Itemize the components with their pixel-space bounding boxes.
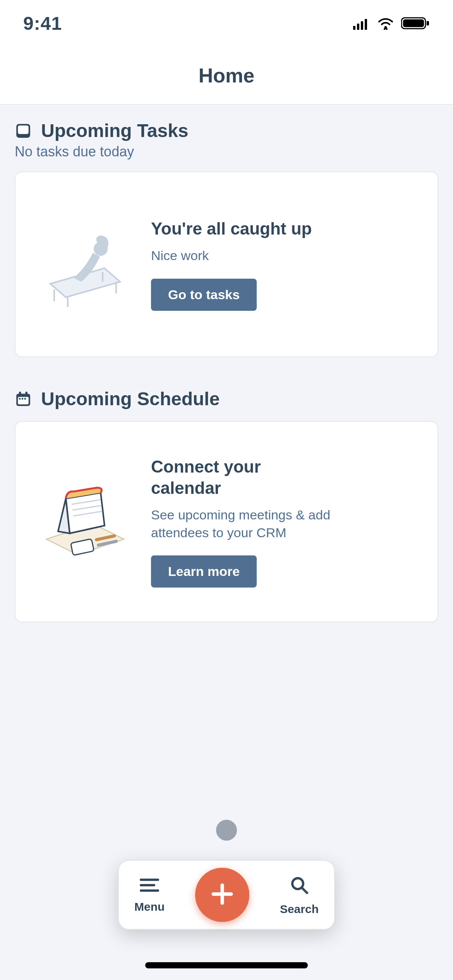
tasks-empty-card: You're all caught up Nice work Go to tas… xyxy=(15,171,438,357)
status-time: 9:41 xyxy=(23,13,62,34)
upcoming-tasks-section: Upcoming Tasks No tasks due today xyxy=(15,120,438,357)
svg-rect-9 xyxy=(18,125,29,134)
page-header: Home xyxy=(0,46,453,105)
search-button[interactable]: Search xyxy=(280,874,319,916)
upcoming-schedule-section: Upcoming Schedule xyxy=(15,388,438,622)
relax-illustration xyxy=(35,214,136,315)
home-indicator xyxy=(145,962,308,968)
content: Upcoming Tasks No tasks due today xyxy=(0,105,453,980)
svg-line-36 xyxy=(302,887,307,893)
calendar-illustration xyxy=(35,471,136,572)
page-title: Home xyxy=(199,64,254,87)
svg-rect-0 xyxy=(353,26,355,30)
tasks-icon xyxy=(15,122,32,139)
section-title-schedule: Upcoming Schedule xyxy=(41,388,220,409)
search-label: Search xyxy=(280,903,319,916)
search-icon xyxy=(288,874,310,899)
wifi-icon xyxy=(377,13,394,34)
svg-rect-19 xyxy=(26,391,28,396)
svg-rect-20 xyxy=(19,398,21,399)
svg-rect-2 xyxy=(361,21,363,30)
tasks-card-subtitle: Nice work xyxy=(151,247,418,265)
menu-button[interactable]: Menu xyxy=(134,877,165,913)
schedule-card-title: Connect your calendar xyxy=(151,456,306,499)
battery-icon xyxy=(401,13,430,34)
svg-rect-1 xyxy=(357,24,359,30)
status-icons xyxy=(353,13,430,34)
status-bar: 9:41 xyxy=(0,0,453,46)
spotlight-dot xyxy=(216,820,237,841)
calendar-icon xyxy=(15,391,32,408)
section-header-tasks: Upcoming Tasks xyxy=(15,120,438,141)
section-header-schedule: Upcoming Schedule xyxy=(15,388,438,409)
svg-point-4 xyxy=(384,26,387,29)
svg-rect-22 xyxy=(24,398,26,399)
svg-rect-3 xyxy=(365,19,367,30)
menu-label: Menu xyxy=(134,900,165,913)
plus-icon xyxy=(209,881,236,909)
section-subtitle-tasks: No tasks due today xyxy=(15,144,438,160)
svg-rect-6 xyxy=(403,19,424,27)
menu-icon xyxy=(139,877,160,896)
svg-rect-18 xyxy=(19,391,21,396)
schedule-card-subtitle: See upcoming meetings & add attendees to… xyxy=(151,506,337,542)
tasks-card-title: You're all caught up xyxy=(151,218,418,239)
svg-rect-21 xyxy=(22,398,23,399)
schedule-connect-card: Connect your calendar See upcoming meeti… xyxy=(15,421,438,622)
bottom-action-bar: Menu Search xyxy=(118,860,335,930)
add-button[interactable] xyxy=(195,868,249,922)
learn-more-button[interactable]: Learn more xyxy=(151,555,257,588)
section-title-tasks: Upcoming Tasks xyxy=(41,120,189,141)
svg-rect-7 xyxy=(427,21,429,26)
go-to-tasks-button[interactable]: Go to tasks xyxy=(151,279,257,311)
signal-icon xyxy=(353,13,370,34)
